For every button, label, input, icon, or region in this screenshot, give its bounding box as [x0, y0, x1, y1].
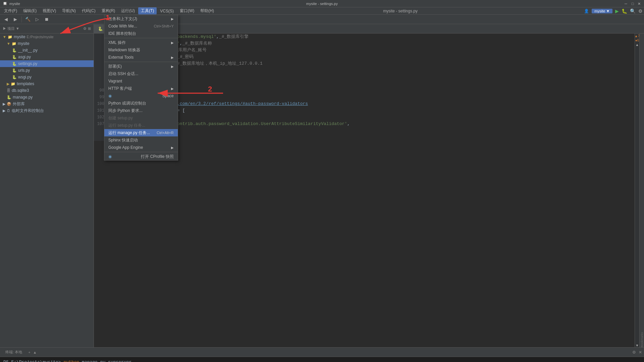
tasks-arrow: ▶	[171, 17, 174, 21]
external-tools-arrow: ▶	[171, 56, 174, 59]
menu-external-tools[interactable]: External Tools ▶	[104, 54, 178, 61]
external-tools-label: External Tools	[108, 55, 133, 60]
menu-cprofile[interactable]: ◉ 打开 CProfile 快照	[104, 153, 178, 160]
dropdown-overlay[interactable]: 任务和上下文(J) ▶ Code With Me... Ctrl+Shift+Y…	[0, 0, 644, 362]
tasks-label: 任务和上下文(J)	[108, 16, 137, 22]
deploy-arrow: ▶	[171, 65, 174, 68]
menu-http-client[interactable]: HTTP 客户端 ▶	[104, 85, 178, 92]
menu-sync-python[interactable]: 同步 Python 要求...	[104, 107, 178, 114]
tools-dropdown-menu[interactable]: 任务和上下文(J) ▶ Code With Me... Ctrl+Shift+Y…	[104, 15, 178, 161]
sync-python-label: 同步 Python 要求...	[108, 108, 143, 114]
sep-2	[104, 62, 178, 62]
run-manage-py-label: 运行 manage.py 任务...	[108, 130, 150, 136]
code-with-me-shortcut: Ctrl+Shift+Y	[154, 24, 173, 28]
menu-space[interactable]: ◉ Space	[104, 92, 178, 100]
xml-arrow: ▶	[171, 41, 174, 45]
ide-script-label: IDE 脚本控制台	[108, 31, 136, 37]
http-arrow: ▶	[171, 87, 174, 90]
python-console-label: Python 或调试控制台	[108, 101, 146, 106]
code-with-me-label: Code With Me...	[108, 24, 137, 28]
menu-code-with-me[interactable]: Code With Me... Ctrl+Shift+Y	[104, 22, 178, 30]
deploy-label: 部署(E)	[108, 64, 122, 69]
menu-create-setup: 创建 setup.py	[104, 114, 178, 122]
space-icon: ◉	[108, 94, 112, 98]
menu-python-console[interactable]: Python 或调试控制台	[104, 100, 178, 107]
menu-deploy[interactable]: 部署(E) ▶	[104, 63, 178, 70]
menu-run-setup: 运行 setup.py 任务...	[104, 122, 178, 129]
run-manage-py-shortcut: Ctrl+Alt+R	[157, 131, 174, 135]
sep-3	[104, 152, 178, 152]
run-setup-label: 运行 setup.py 任务...	[108, 123, 145, 128]
create-setup-label: 创建 setup.py	[108, 115, 133, 121]
cprofile-icon: ◉	[108, 154, 112, 159]
ssh-label: 启动 SSH 会话...	[108, 71, 138, 77]
menu-ssh[interactable]: 启动 SSH 会话...	[104, 70, 178, 77]
google-app-engine-label: Google App Engine	[108, 145, 143, 150]
markdown-label: Markdown 转换器	[108, 47, 140, 53]
menu-sphinx[interactable]: Sphinx 快速启动	[104, 136, 178, 144]
menu-ide-script[interactable]: IDE 脚本控制台	[104, 30, 178, 37]
space-label: Space	[162, 94, 174, 98]
cprofile-label: 打开 CProfile 快照	[141, 154, 173, 160]
menu-tasks-context[interactable]: 任务和上下文(J) ▶	[104, 15, 178, 22]
menu-vagrant[interactable]: Vagrant	[104, 77, 178, 85]
xml-label: XML 操作	[108, 40, 126, 46]
http-client-label: HTTP 客户端	[108, 86, 132, 92]
vagrant-label: Vagrant	[108, 79, 122, 83]
menu-google-app-engine[interactable]: Google App Engine ▶	[104, 144, 178, 151]
sep-1	[104, 38, 178, 38]
sphinx-label: Sphinx 快速启动	[108, 137, 138, 143]
google-arrow: ▶	[171, 146, 174, 149]
menu-markdown[interactable]: Markdown 转换器	[104, 46, 178, 54]
menu-xml[interactable]: XML 操作 ▶	[104, 39, 178, 46]
menu-run-manage-py[interactable]: 运行 manage.py 任务... Ctrl+Alt+R	[104, 129, 178, 136]
